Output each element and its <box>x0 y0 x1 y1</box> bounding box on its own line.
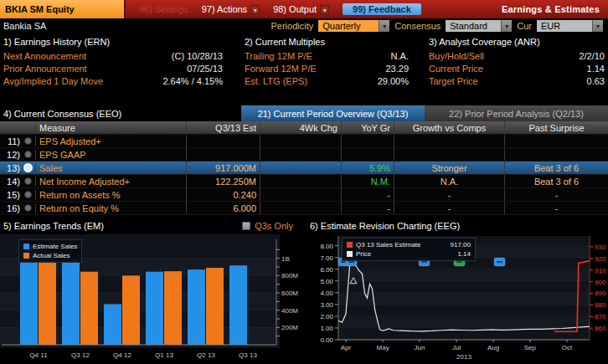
svg-text:900: 900 <box>595 279 606 286</box>
tab-current-period-overview[interactable]: 21) Current Period Overview (Q3/13) <box>241 105 425 121</box>
field-label: Buy/Hold/Sell <box>429 51 484 61</box>
table-row-return-on-equity[interactable]: 16) Return on Equity % 6.000 - - - <box>0 202 608 215</box>
settings-menu-item[interactable]: 96) Settings <box>139 4 188 14</box>
sales-estimate-swatch <box>347 242 353 248</box>
svg-text:Apr: Apr <box>341 344 352 351</box>
panel-title: 1) Earnings History (ERN) <box>3 37 223 49</box>
radio-button[interactable] <box>20 177 35 185</box>
currency-label: Cur <box>517 21 532 31</box>
svg-text:Oct: Oct <box>562 344 573 351</box>
field-label: Avg/Implied 1 Day Move <box>3 76 103 86</box>
consensus-section-header: 4) Current Consensus (EEO) 21) Current P… <box>0 99 608 121</box>
svg-text:Sep: Sep <box>524 344 537 351</box>
output-menu-item[interactable]: 98) Output ▼ <box>273 4 329 14</box>
svg-text:800M: 800M <box>281 272 298 279</box>
top-menu-bar: BKIA SM Equity 96) Settings 97) Actions … <box>0 0 608 18</box>
svg-text:Aug: Aug <box>487 344 499 351</box>
chevron-down-icon[interactable]: ▼ <box>379 20 389 32</box>
estimate-revision-chart[interactable]: 8.007.006.005.004.003.002.001.000.009309… <box>301 234 608 362</box>
line-chart-legend: Q3 13 Sales Estimate917.00 Price1.14 <box>342 238 476 261</box>
svg-text:1B: 1B <box>281 255 290 263</box>
tab-prior-period-analysis[interactable]: 22) Prior Period Analysis (Q2/13) <box>425 105 608 121</box>
chevron-down-icon: ▼ <box>250 5 260 14</box>
earnings-history-panel: 1) Earnings History (ERN) Next Announcem… <box>3 37 223 90</box>
svg-text:Q2 13: Q2 13 <box>197 351 215 359</box>
consensus-label: Consensus <box>394 21 441 31</box>
column-header: YoY Gr <box>341 121 394 134</box>
svg-text:7.00: 7.00 <box>320 254 333 262</box>
chevron-down-icon: ▼ <box>320 5 329 14</box>
chevron-down-icon[interactable]: ▼ <box>501 20 512 32</box>
column-header: Q3/13 Est <box>186 121 260 134</box>
svg-text:3.00: 3.00 <box>320 301 333 309</box>
column-header: Growth vs Comps <box>394 121 504 134</box>
svg-text:8.00: 8.00 <box>320 243 333 250</box>
consensus-select[interactable]: Standard ▼ <box>446 20 512 32</box>
section-title: 6) Estimate Revision Charting (EEG) <box>301 221 460 231</box>
periodicity-label: Periodicity <box>271 21 313 31</box>
estimate-sales-swatch <box>23 244 29 249</box>
earnings-trends-chart[interactable]: Q4 11Q3 12Q4 12Q1 13Q2 13Q3 131B800M600M… <box>0 234 301 362</box>
svg-text:600M: 600M <box>281 290 298 297</box>
svg-text:1.00: 1.00 <box>320 325 333 332</box>
bloomberg-earnings-estimates-screen: BKIA SM Equity 96) Settings 97) Actions … <box>0 0 608 364</box>
security-ticker-input[interactable]: BKIA SM Equity <box>0 0 126 18</box>
svg-text:870: 870 <box>595 313 606 320</box>
current-multiples-panel: 2) Current Multiples Trailing 12M P/EN.A… <box>245 37 409 90</box>
actions-menu-item[interactable]: 97) Actions ▼ <box>202 4 260 14</box>
svg-text:2.00: 2.00 <box>320 313 333 320</box>
field-label: Current Price <box>429 64 483 74</box>
radio-button[interactable] <box>20 137 35 145</box>
field-label: Forward 12M P/E <box>245 64 317 74</box>
feedback-button[interactable]: 99) Feedback <box>343 3 421 15</box>
section-title: 4) Current Consensus (EEO) <box>3 109 121 119</box>
field-value: 0.63 <box>587 76 605 86</box>
field-value: 07/25/13 <box>187 64 223 74</box>
table-header-row: Measure Q3/13 Est 4Wk Chg YoY Gr Growth … <box>0 121 608 135</box>
field-label: Target Price <box>429 76 478 86</box>
column-header: Past Surprise <box>504 121 608 134</box>
field-label: Prior Announcement <box>3 64 87 74</box>
radio-button[interactable] <box>20 191 35 198</box>
checkbox-icon[interactable] <box>242 222 250 230</box>
svg-text:Q3 13: Q3 13 <box>239 351 257 359</box>
svg-text:May: May <box>377 344 389 351</box>
svg-text:Jun: Jun <box>414 344 425 351</box>
svg-text:910: 910 <box>595 267 606 274</box>
section-title: 5) Earnings Trends (EM) <box>0 221 104 231</box>
periodicity-select[interactable]: Quarterly ▼ <box>318 20 389 32</box>
column-header: 4Wk Chg <box>260 121 341 134</box>
svg-text:200M: 200M <box>281 324 298 331</box>
field-value: 23.29 <box>385 64 409 74</box>
table-row-sales[interactable]: 13) Sales 917.000M 5.9% Stronger Beat 3 … <box>0 161 608 175</box>
svg-text:5.00: 5.00 <box>320 278 333 285</box>
field-value: N.A. <box>391 51 409 61</box>
chevron-down-icon[interactable]: ▼ <box>592 20 603 32</box>
currency-select[interactable]: EUR ▼ <box>537 20 603 32</box>
svg-text:880: 880 <box>595 301 606 309</box>
column-header: Measure <box>35 123 186 133</box>
table-row-return-on-assets[interactable]: 15) Return on Assets % 0.240 - - - <box>0 188 608 202</box>
svg-text:4.00: 4.00 <box>320 290 333 297</box>
svg-text:Q4 12: Q4 12 <box>113 351 131 359</box>
q3s-only-checkbox[interactable]: Q3s Only <box>242 221 293 231</box>
actual-sales-swatch <box>23 253 29 259</box>
table-row-eps-gaap[interactable]: 12) EPS GAAP <box>0 148 608 161</box>
field-value: 1.14 <box>587 64 605 74</box>
field-value: 29.00% <box>378 76 409 86</box>
radio-button[interactable] <box>20 151 35 158</box>
field-value: (C) 10/28/13 <box>172 51 223 61</box>
svg-text:Q3 12: Q3 12 <box>71 351 90 359</box>
svg-text:890: 890 <box>595 290 606 297</box>
radio-button-selected[interactable] <box>20 163 35 172</box>
svg-text:2013: 2013 <box>456 353 471 361</box>
field-label: Next Announcement <box>3 51 86 61</box>
svg-text:920: 920 <box>595 255 606 263</box>
security-name: Bankia SA <box>0 21 46 31</box>
table-row-net-income-adjusted[interactable]: 14) Net Income Adjusted+ 122.250M N.M. N… <box>0 175 608 188</box>
table-row-eps-adjusted[interactable]: 11) EPS Adjusted+ <box>0 135 608 148</box>
svg-text:Jul: Jul <box>452 344 461 351</box>
radio-button[interactable] <box>20 204 35 212</box>
svg-text:6.00: 6.00 <box>320 266 333 274</box>
svg-text:860: 860 <box>595 325 606 332</box>
